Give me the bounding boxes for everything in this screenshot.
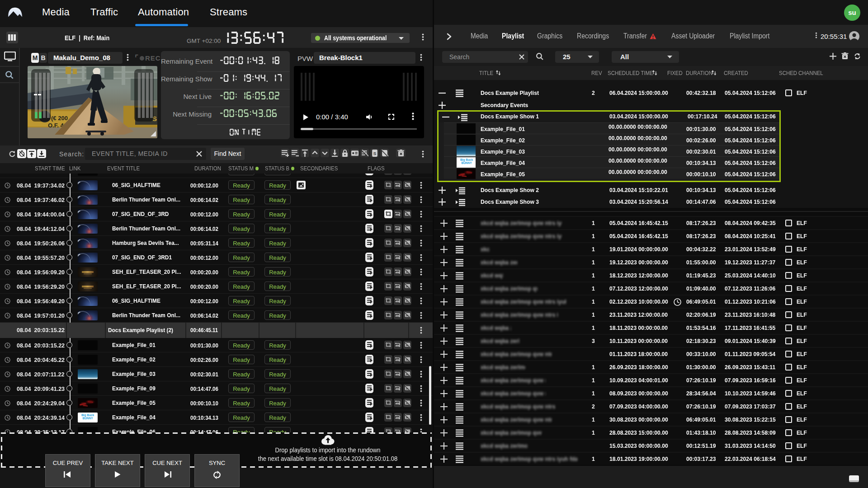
svg-text:S: S xyxy=(373,151,377,156)
svg-text:(€ 200: (€ 200 xyxy=(51,115,68,122)
